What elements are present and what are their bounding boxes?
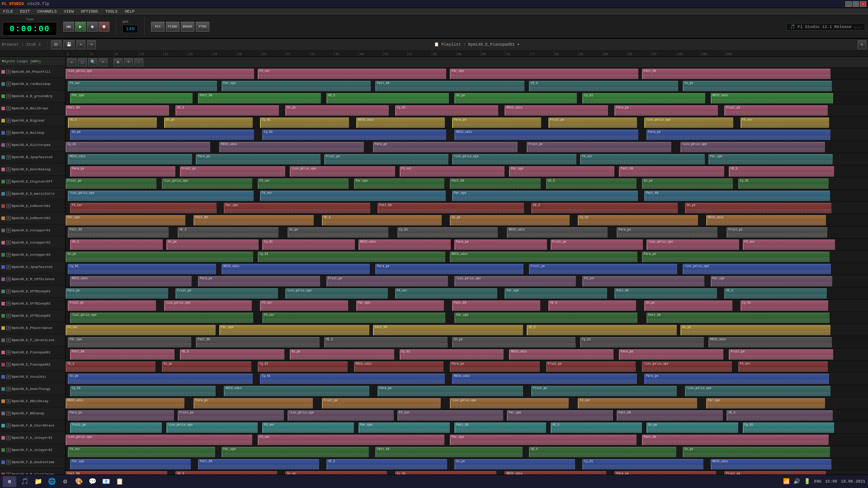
clip-block[interactable]: Patt_60 [198, 459, 319, 469]
minimize-button[interactable]: _ [845, 1, 852, 7]
clip-block[interactable]: Patt_60 [644, 191, 830, 201]
clip-block[interactable]: Patt_60 [646, 313, 830, 323]
track-mute-btn[interactable]: M [6, 350, 11, 355]
clip-block[interactable]: Par_ope [356, 300, 444, 311]
clip-block[interactable]: Fruit_pe [551, 239, 643, 250]
track-name-row[interactable]: M Bpm140_A_BigLead [0, 115, 65, 127]
clip-block[interactable]: RECO_udio [708, 337, 832, 347]
start-button[interactable]: ⊞ [3, 476, 16, 487]
track-mute-btn[interactable]: M [6, 314, 11, 318]
clip-block[interactable]: Cy_01 [260, 374, 445, 384]
clip-block[interactable]: Para_pe [196, 154, 320, 164]
track-mute-btn[interactable]: M [6, 436, 11, 440]
clip-block[interactable]: Cy_01 [262, 130, 446, 140]
clip-block[interactable]: Cy_01 [743, 422, 835, 433]
track-name-row[interactable]: M Bpm140_E_OffBleep03 [0, 310, 65, 322]
clip-block[interactable]: Sn_pe [454, 459, 575, 469]
taskbar-app2-icon[interactable]: ⚙ [60, 476, 71, 487]
clip-block[interactable]: Para_pe [614, 105, 718, 116]
clip-block[interactable]: RECO_udio [354, 361, 444, 372]
redo-button[interactable]: ↪ [87, 40, 96, 49]
taskbar-app5-icon[interactable]: 📧 [100, 476, 111, 487]
clip-block[interactable]: Cy_01 [260, 117, 349, 128]
clip-block[interactable]: Patt_60 [193, 215, 313, 225]
menu-item-view[interactable]: VIEW [62, 9, 75, 14]
save-button[interactable]: 💾 [63, 40, 75, 49]
piano-button[interactable]: PIANO [166, 22, 179, 32]
clip-block[interactable]: \Lov_pe\Lo_ope [290, 166, 395, 177]
clip-block[interactable]: Fruit_pe [175, 288, 278, 299]
clip-block[interactable]: Patt_60 [375, 81, 524, 91]
clip-block[interactable]: Fruit_pe [324, 154, 448, 164]
clip-block[interactable]: RECO_udio [507, 227, 608, 238]
track-name-row[interactable]: M Bpm140_E_Phazerdance [0, 322, 65, 334]
clip-block[interactable]: Par_ope [219, 325, 369, 335]
play-button[interactable]: ▶ [75, 22, 86, 32]
clip-block[interactable]: Par_ope [354, 178, 445, 189]
clip-block[interactable]: Fruit_pe [66, 178, 156, 189]
track-mute-btn[interactable]: M [6, 399, 11, 404]
clip-block[interactable]: FX_oor [738, 361, 828, 372]
track-mute-btn[interactable]: M [6, 216, 11, 221]
clip-block[interactable]: Par_ope [359, 422, 450, 433]
undo-button[interactable]: ↩ [76, 40, 85, 49]
track-mute-btn[interactable]: M [6, 289, 11, 294]
track-name-row[interactable]: M Bpm140_E_nstepper01 [0, 225, 65, 237]
clip-block[interactable]: FX_oor [258, 178, 349, 189]
clip-block[interactable]: \Lov_pe\Lo_ope [68, 191, 254, 201]
clip-block[interactable]: Sn_pe [685, 203, 831, 213]
menu-item-edit[interactable]: EDIT [19, 9, 32, 14]
clip-block[interactable]: Para_pe [644, 374, 829, 384]
clip-block[interactable]: FX_oor [395, 288, 498, 299]
clip-block[interactable]: RECO_udio [222, 264, 370, 274]
clip-block[interactable]: Cy_01 [395, 105, 499, 116]
clip-block[interactable]: VE_S [529, 81, 678, 91]
clip-block[interactable]: FX_oor [258, 69, 446, 79]
clip-block[interactable]: Par_ope [70, 459, 191, 469]
clip-block[interactable]: Para_pe [193, 398, 312, 408]
track-mute-btn[interactable]: M [6, 460, 11, 465]
track-mute-btn[interactable]: M [6, 118, 11, 123]
clip-block[interactable]: \Lov_pe\Lo_ope [166, 422, 258, 433]
clip-block[interactable]: Cy_01 [582, 459, 703, 469]
track-mute-btn[interactable]: M [6, 82, 11, 86]
track-mute-btn[interactable]: M [6, 326, 11, 330]
clip-block[interactable]: Fruit_pe [178, 410, 284, 421]
clip-block[interactable]: VE_S [724, 288, 827, 299]
track-name-row[interactable]: M Bpm140_A#_Phazefill [0, 66, 65, 78]
clip-block[interactable]: VE_S [551, 422, 642, 433]
clip-block[interactable]: Sn_pe [452, 337, 576, 347]
clip-block[interactable]: Para_pe [450, 361, 540, 372]
clip-block[interactable]: Par_ope [68, 337, 191, 347]
clip-block[interactable]: Cy_01 [258, 252, 445, 262]
track-name-row[interactable]: M Bpm140_E_mostAnalog [0, 164, 65, 176]
track-name-row[interactable]: M Bpm140_F_b_lelayer02 [0, 444, 65, 456]
clip-block[interactable]: Sn_pe [680, 325, 830, 335]
track-name-row[interactable]: M Bpm140_A_Glitterpad [0, 139, 65, 151]
track-name-row[interactable]: M Bpm140_E_M_tOfSilence [0, 273, 65, 286]
clip-block[interactable]: VE_S [180, 349, 284, 360]
track-mute-btn[interactable]: M [6, 411, 11, 416]
menu-item-tools[interactable]: TOOLS [104, 9, 119, 14]
clip-block[interactable]: Para_pe [68, 410, 174, 421]
clip-block[interactable]: FX_oor [582, 276, 704, 286]
clip-block[interactable]: \Lov_pe\Lo_ope [285, 288, 388, 299]
clip-block[interactable]: Par_ope [708, 154, 833, 164]
clip-block[interactable]: RECO_udio [219, 142, 364, 152]
clip-block[interactable]: Cy_01 [258, 361, 348, 372]
clip-block[interactable]: FX_oor [70, 203, 217, 213]
clip-block[interactable]: \Lov_pe\Lo_ope [452, 154, 576, 164]
clip-block[interactable]: Par_ope [70, 93, 193, 103]
clip-block[interactable]: Sn_pe [68, 374, 253, 384]
clip-block[interactable]: Patt_60 [198, 93, 321, 103]
clip-block[interactable]: Par_ope [222, 81, 371, 91]
clip-block[interactable]: FX_oor [258, 435, 444, 445]
clip-block[interactable]: Sn_pe [66, 252, 253, 262]
clip-block[interactable]: VE_S [70, 239, 163, 250]
clip-block[interactable]: VE_S [729, 166, 834, 177]
clip-block[interactable]: Fruit_pe [726, 227, 827, 238]
clip-block[interactable]: FX_oor [397, 410, 504, 421]
zoom-in-button[interactable]: + [124, 58, 133, 66]
clip-block[interactable]: Sn_pe [646, 422, 738, 433]
clip-block[interactable]: Patt_60 [68, 227, 169, 238]
